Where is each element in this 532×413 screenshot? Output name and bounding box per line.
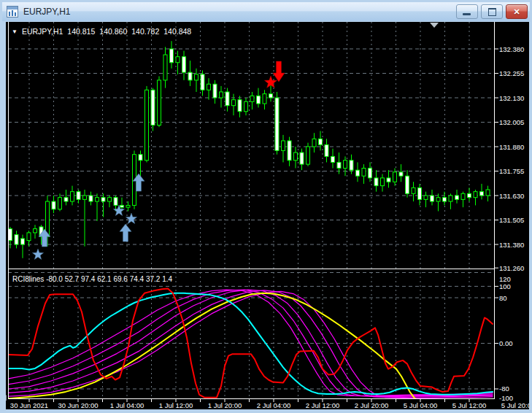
red-arrow-down-marker xyxy=(273,61,285,82)
bull-candle xyxy=(220,92,223,98)
indicator-axis-label: 100 xyxy=(499,282,511,290)
bear-candle xyxy=(337,162,341,168)
indicator-axis-label: 120 xyxy=(499,275,511,283)
bear-candle xyxy=(101,198,105,201)
indicator-rci8lines xyxy=(9,289,493,402)
window-titlebar[interactable]: EURJPY,H1 ✕ xyxy=(2,2,530,21)
indicator-axis-label: 0.00 xyxy=(499,339,513,347)
bear-candle xyxy=(300,153,304,164)
header-open: 140.815 xyxy=(67,27,95,36)
chart-shift-marker-icon[interactable] xyxy=(430,23,439,28)
indicator-label: RCI8lines -80.0 52.7 97.4 62.1 69.6 74.4… xyxy=(12,275,172,283)
bear-candle xyxy=(52,201,55,209)
time-axis-label: 1 Jul 20:00 xyxy=(208,401,242,409)
price-axis-label: 131.505 xyxy=(499,216,524,224)
bull-candle xyxy=(108,198,112,201)
bear-candle xyxy=(356,170,360,176)
bull-candle xyxy=(232,100,236,106)
bear-candle xyxy=(114,198,117,206)
bull-candle xyxy=(176,57,180,63)
window-title: EURJPY,H1 xyxy=(23,7,70,17)
bull-candle xyxy=(163,55,167,80)
bear-candle xyxy=(455,196,459,199)
bear-candle xyxy=(350,161,353,170)
price-axis[interactable]: 132.380132.255132.130132.005131.880131.7… xyxy=(495,45,524,272)
bear-candle xyxy=(418,188,422,199)
bear-candle xyxy=(182,57,186,72)
rci-magenta-4-line xyxy=(9,290,493,398)
restore-button[interactable] xyxy=(481,4,503,19)
bull-candle xyxy=(393,172,397,182)
time-axis-label: 5 Jul 12:00 xyxy=(452,401,486,409)
bull-candle xyxy=(158,80,161,126)
bull-candle xyxy=(486,190,490,196)
close-icon: ✕ xyxy=(506,5,527,18)
header-low: 140.782 xyxy=(131,27,159,36)
time-axis-label: 2 Jul 12:00 xyxy=(306,401,339,409)
bull-candle xyxy=(282,141,285,150)
bull-candle xyxy=(195,74,198,80)
header-close: 140.848 xyxy=(163,27,191,36)
bull-candle xyxy=(294,153,298,161)
time-axis-label: 30 Jun 20:00 xyxy=(58,401,99,409)
bear-candle xyxy=(480,192,484,196)
bear-candle xyxy=(21,239,25,244)
minimize-icon xyxy=(463,13,471,15)
bear-candle xyxy=(369,168,372,177)
bear-candle xyxy=(374,178,378,186)
bear-candle xyxy=(139,155,142,161)
bear-candle xyxy=(269,94,273,98)
bull-candle xyxy=(145,90,149,160)
price-axis-label: 132.005 xyxy=(499,118,524,126)
header-symbol: EURJPY,H1 xyxy=(22,27,63,36)
bull-candle xyxy=(307,147,310,164)
bear-candle xyxy=(170,49,174,63)
time-axis-label: 1 Jul 04:00 xyxy=(110,401,144,409)
bull-candle xyxy=(34,229,37,233)
price-axis-label: 132.255 xyxy=(499,69,524,77)
bear-candle xyxy=(387,178,390,182)
bull-candle xyxy=(83,196,87,199)
bull-candle xyxy=(312,139,316,147)
bear-candle xyxy=(77,192,80,200)
bull-candle xyxy=(424,196,428,199)
bull-candle xyxy=(461,193,465,199)
indicator-axis-label: -100 xyxy=(499,394,513,402)
indicator-axis-label: 80 xyxy=(499,294,507,302)
bear-candle xyxy=(188,72,192,80)
header-high: 140.860 xyxy=(99,27,127,36)
restore-icon xyxy=(488,8,496,16)
price-axis-label: 131.380 xyxy=(499,241,524,249)
bull-candle xyxy=(474,192,477,198)
bear-candle xyxy=(213,84,217,98)
bear-candle xyxy=(9,229,12,241)
bull-candle xyxy=(436,198,440,201)
indicator-axis[interactable]: 120100800.00-80-100 xyxy=(495,275,513,402)
price-axis-label: 132.380 xyxy=(499,45,524,53)
bear-candle xyxy=(468,193,471,197)
price-axis-label: 131.755 xyxy=(499,167,524,175)
bear-candle xyxy=(399,172,403,176)
chart-canvas[interactable]: 132.380132.255132.130132.005131.880131.7… xyxy=(6,22,529,409)
bull-candle xyxy=(244,101,248,111)
bear-candle xyxy=(275,98,279,150)
time-axis-label: 30 Jun 2021 xyxy=(10,401,48,409)
time-axis[interactable]: 30 Jun 202130 Jun 20:001 Jul 04:001 Jul … xyxy=(10,399,529,409)
bear-candle xyxy=(238,100,242,112)
bear-candle xyxy=(319,139,323,144)
minimize-button[interactable] xyxy=(456,4,478,19)
time-axis-label: 1 Jul 12:00 xyxy=(159,401,193,409)
bear-candle xyxy=(331,156,335,162)
bull-candle xyxy=(96,198,99,201)
price-axis-label: 131.880 xyxy=(499,143,524,151)
bull-candle xyxy=(126,205,130,207)
time-axis-label: 2 Jul 04:00 xyxy=(257,401,290,409)
bear-candle xyxy=(15,235,18,244)
price-axis-label: 132.130 xyxy=(499,94,524,102)
bull-candle xyxy=(263,94,266,104)
corner-grip-icon[interactable] xyxy=(6,395,7,401)
collapse-chart-icon[interactable]: ▼ xyxy=(12,28,18,35)
close-button[interactable]: ✕ xyxy=(506,4,528,19)
bull-candle xyxy=(71,192,74,201)
price-axis-label: 131.630 xyxy=(499,192,524,200)
